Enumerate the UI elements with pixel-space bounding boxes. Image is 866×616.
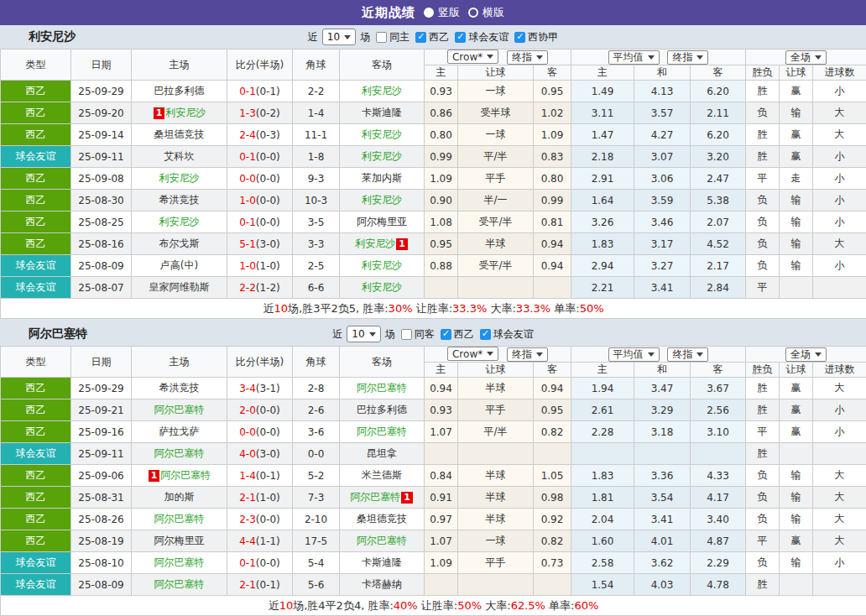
odds-away: 0.73 [534, 552, 571, 574]
halftime-score: (0-1) [256, 579, 280, 591]
away-team-cell: 卡塔赫纳 [340, 574, 425, 596]
home-team-cell: 利安尼沙 [132, 211, 227, 233]
odds-away: 0.95 [534, 81, 571, 102]
avg-time-select[interactable]: 终指 [667, 347, 708, 362]
away-team-cell: 阿尔巴塞特 [340, 530, 425, 552]
col-home: 主场 [132, 347, 227, 378]
score-cell: 1-3(0-2) [227, 102, 293, 124]
result-handicap: 输 [780, 102, 813, 124]
avg-draw-odds: 3.36 [634, 465, 691, 487]
result-outcome: 胜 [746, 378, 780, 399]
match-date: 25-08-10 [71, 552, 132, 574]
match-row: 球会友谊 25-08-07 皇家阿维勒斯 2-2(1-2) 6-6 利安尼沙 2… [1, 277, 866, 299]
result-handicap: 输 [780, 509, 813, 530]
subcol-avg-away: 客 [691, 65, 746, 81]
league-type-cell: 西乙 [1, 168, 71, 190]
filter-checkboxes: 同主西乙球会友谊西协甲 [370, 30, 558, 44]
away-team-cell: 昆坦拿 [340, 443, 425, 465]
filter-checkbox[interactable] [455, 32, 466, 43]
away-team-name: 利安尼沙 [355, 238, 395, 249]
home-team-name: 卢高(中) [160, 259, 198, 271]
avg-away-odds: 4.87 [691, 530, 746, 552]
avg-select[interactable]: 平均值 [608, 50, 660, 65]
layout-radio-vertical[interactable]: 竖版 [424, 5, 460, 20]
avg-select[interactable]: 平均值 [608, 347, 660, 362]
away-team-name: 巴拉多利德 [357, 404, 407, 415]
filter-checkbox-label: 西乙 [454, 327, 474, 342]
scope-select[interactable]: 全场 [785, 347, 827, 362]
subcol-avg-home: 主 [571, 363, 634, 378]
filter-near-label: 近 [332, 327, 342, 342]
away-team-name: 阿尔梅里亚 [357, 216, 407, 227]
odds-away: 0.82 [534, 421, 571, 443]
fulltime-score: 1-4 [239, 470, 256, 482]
result-goals: 大 [813, 530, 866, 552]
home-team-cell: 阿尔巴塞特 [132, 574, 227, 596]
avg-draw-odds: 3.29 [634, 399, 691, 421]
home-team-cell: 阿尔巴塞特 [132, 399, 227, 421]
home-team-name: 希洪竞技 [159, 382, 200, 394]
away-team-cell: 利安尼沙 [340, 255, 425, 277]
result-handicap: 输 [780, 190, 813, 211]
odds-home: 0.94 [425, 378, 458, 399]
match-count-select[interactable]: 10 [347, 326, 380, 342]
avg-away-odds: 4.33 [691, 465, 746, 487]
filter-checkbox[interactable] [401, 329, 412, 340]
home-team-cell: 加的斯 [132, 487, 227, 509]
subcol-avg-draw: 和 [634, 65, 691, 81]
match-row: 西乙 25-09-08 利安尼沙 0-0(0-0) 9-3 莱加内斯 1.09 … [1, 168, 866, 190]
radio-icon[interactable] [468, 8, 478, 18]
home-team-cell: 希洪竞技 [132, 190, 227, 211]
home-team-cell: 卢高(中) [132, 255, 227, 277]
match-row: 西乙 25-08-19 阿尔梅里亚 4-4(1-1) 17-5 阿尔巴塞特 1.… [1, 530, 866, 552]
layout-radio-horizontal[interactable]: 横版 [468, 5, 504, 20]
radio-label: 竖版 [438, 5, 460, 20]
home-team-cell: 布尔戈斯 [132, 233, 227, 255]
filter-checkbox[interactable] [480, 329, 491, 340]
odds-home: 1.07 [425, 530, 458, 552]
scope-select[interactable]: 全场 [785, 50, 827, 65]
filter-games-label: 场 [360, 30, 370, 44]
fulltime-score: 3-4 [239, 383, 256, 394]
avg-time-select[interactable]: 终指 [667, 50, 708, 65]
avg-away-odds: 4.78 [691, 574, 746, 596]
handicap-line [458, 443, 534, 465]
odds-company-select[interactable]: Crow* [447, 50, 498, 64]
filter-checkbox-label: 同主 [389, 30, 410, 44]
radio-icon[interactable] [424, 8, 434, 18]
col-type: 类型 [1, 347, 71, 378]
handicap-line: 受半球 [458, 102, 534, 124]
halftime-score: (0-1) [256, 470, 280, 482]
result-outcome: 负 [746, 509, 780, 530]
fulltime-score: 2-4 [239, 129, 256, 141]
result-outcome: 胜 [746, 81, 780, 102]
score-cell: 1-4(0-1) [227, 465, 293, 487]
avg-draw-odds: 3.06 [634, 168, 691, 190]
home-team-name: 桑坦德竞技 [154, 128, 205, 140]
match-count-select[interactable]: 10 [322, 29, 356, 45]
odds-company-select[interactable]: Crow* [447, 347, 498, 361]
score-cell: 1-0(1-0) [227, 255, 293, 277]
odds-time-select[interactable]: 终指 [507, 50, 548, 65]
result-outcome: 平 [746, 421, 780, 443]
result-goals: 大 [813, 378, 866, 399]
home-team-cell: 萨拉戈萨 [132, 421, 227, 443]
avg-home-odds: 1.54 [571, 574, 634, 596]
halftime-score: (1-0) [256, 260, 280, 272]
result-outcome: 平 [746, 277, 780, 299]
score-cell: 5-1(3-0) [227, 233, 293, 255]
filter-checkbox[interactable] [376, 32, 387, 43]
filter-checkbox[interactable] [415, 32, 426, 43]
odds-time-select[interactable]: 终指 [507, 347, 548, 362]
result-group-header: 全场 [746, 50, 866, 65]
col-away: 客场 [340, 347, 425, 378]
match-row: 球会友谊 25-09-11 阿尔巴塞特 4-0(3-0) 0-0 昆坦拿 胜 [1, 443, 866, 465]
odds-home: 0.93 [425, 81, 458, 102]
filter-checkbox[interactable] [441, 329, 451, 340]
match-date: 25-08-30 [71, 190, 132, 211]
score-cell: 2-0(0-0) [227, 399, 293, 421]
corner-count: 1-4 [293, 102, 340, 124]
filter-checkbox[interactable] [514, 32, 525, 43]
avg-home-odds: 1.64 [571, 190, 634, 211]
result-goals: 大 [813, 233, 866, 255]
